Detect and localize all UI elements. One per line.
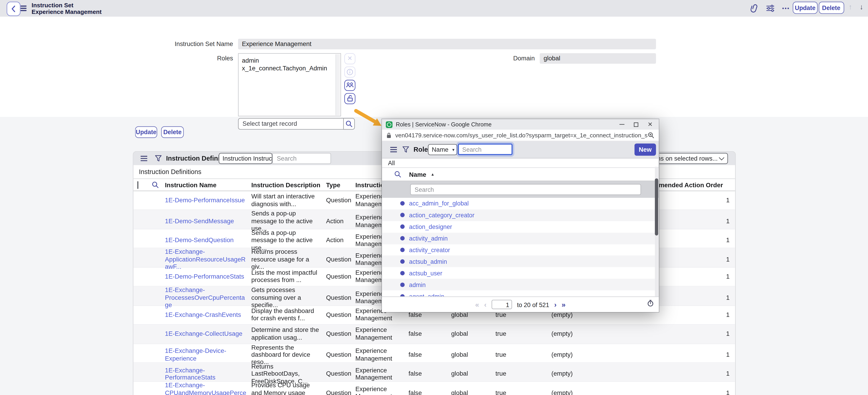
record-preview-icon[interactable] xyxy=(400,248,405,252)
recommended-action-order-cell: 1 xyxy=(619,351,736,359)
app-header: Instruction Set Experience Management ••… xyxy=(0,0,868,17)
instruction-name-link[interactable]: 1E-Exchange-CrashEvents xyxy=(165,311,241,318)
role-name-link[interactable]: action_designer xyxy=(409,223,452,230)
refresh-timer-icon[interactable] xyxy=(647,300,654,308)
record-preview-icon[interactable] xyxy=(400,282,405,287)
popup-col-header-name[interactable]: Name xyxy=(409,171,426,177)
role-list-item[interactable]: action_category_creator xyxy=(382,209,659,221)
role-name-link[interactable]: activity_creator xyxy=(409,247,450,253)
popup-search-input[interactable] xyxy=(458,143,513,155)
record-preview-icon[interactable] xyxy=(400,201,405,206)
target-record-search-button[interactable] xyxy=(343,118,355,130)
popup-titlebar[interactable]: Roles | ServiceNow - Google Chrome ✕ xyxy=(382,119,659,130)
popup-url[interactable]: ven04179.service-now.com/sys_user_role_l… xyxy=(395,132,648,139)
close-icon[interactable]: ✕ xyxy=(648,121,652,128)
role-list-item[interactable]: acc_admin_for_global xyxy=(382,198,659,209)
context-menu-icon[interactable] xyxy=(21,5,27,12)
listbox-scrollbar[interactable] xyxy=(336,54,340,115)
form-delete-button[interactable]: Delete xyxy=(161,126,184,138)
role-list-item[interactable]: actsub_admin xyxy=(382,256,659,267)
list-filter-icon[interactable] xyxy=(155,155,162,162)
role-list-item[interactable]: actsub_user xyxy=(382,267,659,279)
form-update-button[interactable]: Update xyxy=(135,126,157,138)
breadcrumb-all[interactable]: All xyxy=(382,159,659,168)
role-name-link[interactable]: actsub_admin xyxy=(409,258,447,265)
popup-search-field-select[interactable]: Name ▾ xyxy=(428,144,457,155)
col-header-type[interactable]: Type xyxy=(320,181,354,188)
record-preview-icon[interactable] xyxy=(400,259,405,263)
last-page-icon[interactable]: » xyxy=(561,301,565,308)
instruction-name-link[interactable]: 1E-Demo-SendMessage xyxy=(165,218,234,224)
role-list-item[interactable]: activity_creator xyxy=(382,244,659,256)
instruction-name-link[interactable]: 1E-Exchange-Device-Experience xyxy=(165,348,226,362)
new-button[interactable]: New xyxy=(634,143,656,156)
popup-scrollbar-thumb[interactable] xyxy=(655,178,658,235)
role-name-link[interactable]: actsub_user xyxy=(409,270,442,276)
next-page-icon[interactable]: › xyxy=(554,301,557,308)
unlock-roles-button[interactable] xyxy=(344,93,355,104)
instruction-name-link[interactable]: 1E-Exchange-ApplicationResourceUsageRawF… xyxy=(165,248,246,270)
type-cell: Question xyxy=(320,256,354,263)
back-button[interactable] xyxy=(7,2,21,16)
popup-context-menu-icon[interactable] xyxy=(390,147,397,152)
role-list-item[interactable]: admin xyxy=(382,279,659,290)
role-name-link[interactable]: acc_admin_for_global xyxy=(409,200,469,207)
col-header-instruction-description[interactable]: Instruction Description xyxy=(246,181,320,188)
next-record-icon[interactable]: ↓ xyxy=(860,3,863,11)
instruction-set-name-field[interactable]: Experience Management xyxy=(238,38,656,49)
table-row[interactable]: 1E-Exchange-CollectUsage Determine and s… xyxy=(133,325,735,344)
chevron-down-icon xyxy=(719,155,724,160)
list-search-field-select[interactable]: Instruction Instructi ▾ xyxy=(219,153,272,164)
personalize-icon[interactable] xyxy=(766,4,774,12)
cell-global: global xyxy=(447,389,492,395)
popup-filter-icon[interactable] xyxy=(402,146,409,153)
previous-record-icon: ↑ xyxy=(849,3,852,11)
instruction-name-link[interactable]: 1E-Exchange-ProcessesOverCpuPercentage xyxy=(165,287,245,308)
record-preview-icon[interactable] xyxy=(400,236,405,240)
record-preview-icon[interactable] xyxy=(400,271,405,275)
select-all-checkbox[interactable] xyxy=(137,181,138,189)
record-preview-icon[interactable] xyxy=(400,213,405,217)
zoom-icon[interactable] xyxy=(648,132,654,139)
table-row[interactable]: 1E-Exchange-CPUandMemoryUsagePercent Pro… xyxy=(133,382,735,395)
roles-label: Roles xyxy=(144,55,233,61)
table-row[interactable]: 1E-Exchange-PerformanceStats Returns Las… xyxy=(133,363,735,382)
instruction-name-link[interactable]: 1E-Demo-PerformanceStats xyxy=(165,273,244,280)
domain-field[interactable]: global xyxy=(540,53,656,63)
more-options-icon[interactable]: ••• xyxy=(782,5,790,11)
cell-true: true xyxy=(492,351,547,359)
list-context-menu-icon[interactable] xyxy=(141,156,147,161)
roles-option-admin[interactable]: admin xyxy=(239,56,340,64)
role-name-link[interactable]: action_category_creator xyxy=(409,212,474,219)
record-preview-icon[interactable] xyxy=(400,225,405,229)
col-header-instruction-name[interactable]: Instruction Name xyxy=(161,181,246,188)
list-search-input[interactable] xyxy=(272,153,331,164)
instruction-name-link[interactable]: 1E-Exchange-PerformanceStats xyxy=(165,367,216,380)
edit-roles-button[interactable] xyxy=(344,80,355,91)
instruction-name-link[interactable]: 1E-Exchange-CollectUsage xyxy=(165,330,242,337)
update-button[interactable]: Update xyxy=(793,2,817,13)
cell-true: true xyxy=(492,370,547,378)
popup-pagination: « ‹ to 20 of 521 › » xyxy=(382,297,659,312)
instruction-description-cell: Display the dashboard for crash events f… xyxy=(246,308,320,322)
role-name-link[interactable]: activity_admin xyxy=(409,235,448,242)
select-target-record-input[interactable] xyxy=(238,118,343,130)
cell-empty: (empty) xyxy=(547,389,619,395)
popup-name-filter-input[interactable] xyxy=(410,184,641,195)
instruction-name-link[interactable]: 1E-Demo-PerformanceIssue xyxy=(165,197,245,203)
instruction-name-link[interactable]: 1E-Exchange-CPUandMemoryUsagePercent xyxy=(165,382,246,395)
maximize-icon[interactable] xyxy=(634,122,638,126)
attachment-icon[interactable] xyxy=(750,4,758,13)
role-name-link[interactable]: admin xyxy=(409,281,426,288)
minimize-icon[interactable] xyxy=(619,124,624,124)
roles-option-tachyon-admin[interactable]: x_1e_connect.Tachyon_Admin xyxy=(239,64,340,72)
popup-column-search-icon[interactable] xyxy=(394,171,401,178)
instruction-name-link[interactable]: 1E-Demo-SendQuestion xyxy=(165,237,234,243)
column-search-icon[interactable] xyxy=(149,181,161,189)
table-row[interactable]: 1E-Exchange-Device-Experience Represents… xyxy=(133,344,735,363)
role-list-item[interactable]: action_designer xyxy=(382,221,659,232)
delete-button[interactable]: Delete xyxy=(818,2,844,13)
roles-listbox[interactable]: admin x_1e_connect.Tachyon_Admin xyxy=(238,53,341,116)
role-list-item[interactable]: activity_admin xyxy=(382,232,659,244)
page-number-input[interactable] xyxy=(492,300,512,309)
